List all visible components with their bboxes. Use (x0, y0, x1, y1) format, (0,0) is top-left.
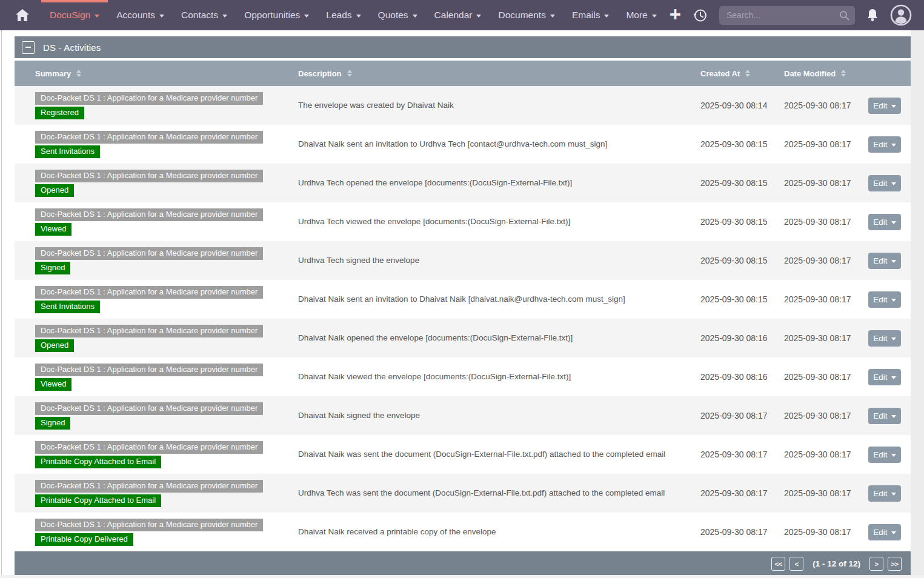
chevron-down-icon (891, 531, 896, 534)
edit-button[interactable]: Edit (868, 408, 901, 424)
created-at-value: 2025-09-30 08:17 (700, 527, 784, 537)
edit-button[interactable]: Edit (868, 485, 901, 502)
status-badge: Opened (35, 184, 74, 197)
pagination-bar: << < (1 - 12 of 12) > >> (15, 551, 911, 576)
nav-item-docusign[interactable]: DocuSign (41, 0, 108, 30)
summary-cell: Doc-Packet DS 1 : Application for a Medi… (35, 286, 298, 313)
minus-icon (25, 47, 31, 48)
ds-activities-panel: DS - Activities Summary Description Crea… (15, 36, 911, 576)
description-text: Dhaivat Naik signed the envelope (298, 410, 700, 421)
status-badge: Viewed (35, 378, 71, 391)
notifications-button[interactable] (866, 8, 879, 22)
actions-cell: Edit (868, 369, 911, 385)
created-at-value: 2025-09-30 08:16 (700, 333, 784, 343)
nav-item-more[interactable]: More (617, 0, 665, 30)
edit-button-label: Edit (873, 489, 887, 498)
nav-item-quotes[interactable]: Quotes (370, 0, 426, 30)
edit-button[interactable]: Edit (868, 369, 901, 385)
sort-icon (347, 70, 352, 78)
column-header-created-at[interactable]: Created At (700, 69, 784, 78)
nav-item-calendar[interactable]: Calendar (426, 0, 490, 30)
chevron-down-icon (891, 376, 896, 379)
status-badge: Sent Invitations (35, 145, 100, 158)
chevron-down-icon (891, 415, 896, 418)
recently-viewed-button[interactable] (693, 8, 708, 23)
column-label: Summary (35, 69, 71, 78)
avatar-icon (890, 4, 912, 26)
table-header-row: Summary Description Created At Date Modi… (15, 61, 911, 86)
nav-item-documents[interactable]: Documents (490, 0, 563, 30)
document-name-badge[interactable]: Doc-Packet DS 1 : Application for a Medi… (35, 519, 263, 531)
user-menu-button[interactable] (890, 4, 912, 26)
created-at-value: 2025-09-30 08:15 (700, 256, 784, 265)
table-row: Doc-Packet DS 1 : Application for a Medi… (15, 86, 911, 125)
nav-item-accounts[interactable]: Accounts (108, 0, 173, 30)
edit-button[interactable]: Edit (868, 98, 901, 114)
pagination-next-button[interactable]: > (869, 557, 883, 571)
document-name-badge[interactable]: Doc-Packet DS 1 : Application for a Medi… (35, 286, 263, 299)
status-badge: Opened (35, 339, 74, 352)
search-input[interactable] (719, 6, 855, 25)
column-header-date-modified[interactable]: Date Modified (784, 69, 868, 78)
description-text: Dhaivat Naik sent an invitation to Dhaiv… (298, 294, 700, 305)
nav-item-opportunities[interactable]: Opportunities (236, 0, 317, 30)
description-text: Urdhva Tech signed the envelope (298, 255, 700, 266)
pagination-range-label: (1 - 12 of 12) (813, 559, 860, 568)
chevron-down-icon (891, 221, 896, 224)
created-at-value: 2025-09-30 08:15 (700, 217, 784, 227)
navbar-right-cluster: + (670, 0, 924, 30)
summary-cell: Doc-Packet DS 1 : Application for a Medi… (35, 208, 298, 236)
nav-item-label: Quotes (378, 10, 408, 21)
edit-button[interactable]: Edit (868, 253, 901, 269)
actions-cell: Edit (868, 408, 911, 424)
pagination-last-button[interactable]: >> (888, 557, 902, 571)
search-icon[interactable] (839, 10, 849, 21)
edit-button-label: Edit (873, 179, 887, 188)
date-modified-value: 2025-09-30 08:17 (784, 178, 868, 188)
edit-button[interactable]: Edit (868, 136, 901, 153)
description-text: Urdhva Tech viewed the envelope [documen… (298, 216, 700, 227)
created-at-value: 2025-09-30 08:16 (700, 372, 784, 382)
chevron-down-icon (891, 144, 896, 147)
document-name-badge[interactable]: Doc-Packet DS 1 : Application for a Medi… (35, 402, 263, 415)
document-name-badge[interactable]: Doc-Packet DS 1 : Application for a Medi… (35, 441, 263, 454)
pagination-first-button[interactable]: << (771, 557, 785, 571)
nav-item-label: Emails (572, 10, 600, 21)
date-modified-value: 2025-09-30 08:17 (784, 411, 868, 420)
edit-button[interactable]: Edit (868, 524, 901, 540)
status-badge: Printable Copy Attached to Email (35, 494, 161, 507)
actions-cell: Edit (868, 447, 911, 463)
created-at-value: 2025-09-30 08:15 (700, 294, 784, 304)
table-row: Doc-Packet DS 1 : Application for a Medi… (15, 357, 911, 396)
nav-item-leads[interactable]: Leads (317, 0, 369, 30)
document-name-badge[interactable]: Doc-Packet DS 1 : Application for a Medi… (35, 208, 263, 221)
document-name-badge[interactable]: Doc-Packet DS 1 : Application for a Medi… (35, 364, 263, 376)
table-row: Doc-Packet DS 1 : Application for a Medi… (15, 164, 911, 202)
nav-item-contacts[interactable]: Contacts (173, 0, 236, 30)
edit-button[interactable]: Edit (868, 291, 901, 308)
edit-button[interactable]: Edit (868, 447, 901, 463)
document-name-badge[interactable]: Doc-Packet DS 1 : Application for a Medi… (35, 325, 263, 337)
date-modified-value: 2025-09-30 08:17 (784, 333, 868, 343)
document-name-badge[interactable]: Doc-Packet DS 1 : Application for a Medi… (35, 480, 263, 493)
collapse-panel-button[interactable] (22, 41, 35, 54)
edit-button[interactable]: Edit (868, 330, 901, 347)
document-name-badge[interactable]: Doc-Packet DS 1 : Application for a Medi… (35, 247, 263, 260)
document-name-badge[interactable]: Doc-Packet DS 1 : Application for a Medi… (35, 170, 263, 182)
home-button[interactable] (0, 0, 41, 30)
activities-list: Doc-Packet DS 1 : Application for a Medi… (15, 86, 911, 551)
table-row: Doc-Packet DS 1 : Application for a Medi… (15, 125, 911, 164)
edit-button[interactable]: Edit (868, 214, 901, 230)
quick-create-button[interactable]: + (670, 5, 681, 24)
chevron-down-icon (604, 15, 609, 18)
edit-button-label: Edit (873, 334, 887, 343)
chevron-down-icon (891, 493, 896, 496)
column-header-summary[interactable]: Summary (35, 69, 298, 78)
pagination-prev-button[interactable]: < (789, 557, 803, 571)
nav-item-emails[interactable]: Emails (563, 0, 618, 30)
column-header-description[interactable]: Description (298, 69, 700, 78)
status-badge: Registered (35, 107, 84, 119)
document-name-badge[interactable]: Doc-Packet DS 1 : Application for a Medi… (35, 92, 263, 105)
document-name-badge[interactable]: Doc-Packet DS 1 : Application for a Medi… (35, 131, 263, 144)
edit-button[interactable]: Edit (868, 175, 901, 191)
